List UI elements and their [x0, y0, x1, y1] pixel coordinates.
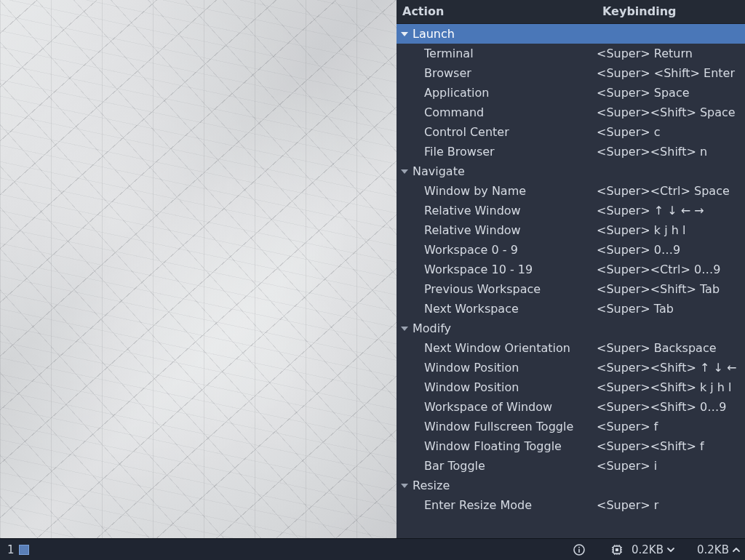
- action-label: Relative Window: [397, 201, 597, 220]
- keybinding-label: <Super> r: [597, 495, 745, 515]
- desktop-wallpaper: [0, 0, 397, 538]
- keybinding-row[interactable]: Browser<Super> <Shift> Enter: [397, 63, 745, 83]
- group-header[interactable]: Launch: [397, 24, 745, 44]
- keybinding-label: <Super><Shift> ↑ ↓ ←: [597, 358, 745, 377]
- action-label: File Browser: [397, 142, 597, 161]
- network-widget[interactable]: 0.2KB 0.2KB: [611, 543, 741, 556]
- group-header[interactable]: Modify: [397, 319, 745, 338]
- keybinding-row[interactable]: File Browser<Super><Shift> n: [397, 142, 745, 161]
- net-down-speed: 0.2KB: [626, 543, 664, 556]
- action-label: Window Fullscreen Toggle: [397, 417, 597, 436]
- action-label: Enter Resize Mode: [397, 495, 597, 515]
- keybinding-row[interactable]: Command<Super><Shift> Space: [397, 103, 745, 122]
- keybinding-label: <Super> Backspace: [597, 338, 745, 358]
- keybinding-row[interactable]: Window Fullscreen Toggle<Super> f: [397, 417, 745, 436]
- keybinding-row[interactable]: Workspace of Window<Super><Shift> 0…9: [397, 397, 745, 417]
- action-label: Window Floating Toggle: [397, 436, 597, 456]
- disclosure-triangle-icon: [401, 327, 408, 331]
- keybinding-row[interactable]: Bar Toggle<Super> i: [397, 456, 745, 476]
- action-label: Workspace of Window: [397, 397, 597, 417]
- keybinding-row[interactable]: Window by Name<Super><Ctrl> Space: [397, 181, 745, 201]
- action-label: Application: [397, 83, 597, 103]
- action-label: Relative Window: [397, 220, 597, 240]
- group-label: Resize: [413, 479, 450, 492]
- disclosure-triangle-icon: [401, 169, 408, 174]
- group-header[interactable]: Navigate: [397, 161, 745, 181]
- keybinding-row[interactable]: Window Position<Super><Shift> k j h l: [397, 377, 745, 397]
- status-bar: 1 0.2KB 0.2KB: [0, 538, 745, 560]
- workspace-number: 1: [7, 543, 15, 556]
- group-label: Navigate: [413, 164, 465, 178]
- keybinding-row[interactable]: Next Workspace<Super> Tab: [397, 299, 745, 319]
- keybinding-label: <Super><Shift> 0…9: [597, 397, 745, 417]
- keybinding-row[interactable]: Terminal<Super> Return: [397, 44, 745, 63]
- keybinding-row[interactable]: Control Center<Super> c: [397, 122, 745, 142]
- disclosure-triangle-icon: [401, 32, 408, 36]
- svg-rect-1: [578, 548, 580, 552]
- action-label: Terminal: [397, 44, 597, 63]
- disclosure-triangle-icon: [401, 484, 408, 488]
- workspace-indicator[interactable]: 1: [4, 543, 33, 557]
- action-label: Bar Toggle: [397, 456, 597, 476]
- keybinding-label: <Super><Shift> n: [597, 142, 745, 161]
- group-label: Launch: [413, 27, 455, 41]
- group-header[interactable]: Resize: [397, 476, 745, 495]
- keybinding-panel: Action Keybinding LaunchTerminal<Super> …: [397, 0, 745, 560]
- action-label: Workspace 0 - 9: [397, 240, 597, 260]
- keybinding-label: <Super> 0…9: [597, 240, 745, 260]
- action-label: Window by Name: [397, 181, 597, 201]
- keybinding-row[interactable]: Next Window Orientation<Super> Backspace: [397, 338, 745, 358]
- keybinding-label: <Super> Return: [597, 44, 745, 63]
- keybinding-row[interactable]: Application<Super> Space: [397, 83, 745, 103]
- net-up-speed: 0.2KB: [691, 543, 729, 556]
- keybinding-label: <Super><Ctrl> Space: [597, 181, 745, 201]
- keybinding-label: <Super><Shift> f: [597, 436, 745, 456]
- keybinding-label: <Super> i: [597, 456, 745, 476]
- chevron-down-icon: [666, 545, 675, 554]
- keybinding-row[interactable]: Relative Window<Super> k j h l: [397, 220, 745, 240]
- keybinding-label: <Super> ↑ ↓ ← →: [597, 201, 745, 220]
- panel-body: LaunchTerminal<Super> ReturnBrowser<Supe…: [397, 24, 745, 560]
- processor-icon: [611, 544, 623, 556]
- keybinding-row[interactable]: Workspace 0 - 9<Super> 0…9: [397, 240, 745, 260]
- keybinding-row[interactable]: Window Position<Super><Shift> ↑ ↓ ←: [397, 358, 745, 377]
- keybinding-row[interactable]: Previous Workspace<Super><Shift> Tab: [397, 279, 745, 299]
- group-label: Modify: [413, 321, 451, 335]
- keybinding-label: <Super> k j h l: [597, 220, 745, 240]
- keybinding-row[interactable]: Window Floating Toggle<Super><Shift> f: [397, 436, 745, 456]
- chevron-up-icon: [732, 545, 741, 554]
- action-label: Window Position: [397, 358, 597, 377]
- action-label: Next Workspace: [397, 299, 597, 319]
- info-icon[interactable]: [573, 544, 585, 556]
- keybinding-row[interactable]: Workspace 10 - 19<Super><Ctrl> 0…9: [397, 260, 745, 279]
- column-header-keybinding: Keybinding: [597, 0, 745, 23]
- keybinding-label: <Super><Shift> k j h l: [597, 377, 745, 397]
- keybinding-label: <Super> c: [597, 122, 745, 142]
- keybinding-label: <Super> <Shift> Enter: [597, 63, 745, 83]
- keybinding-label: <Super><Shift> Space: [597, 103, 745, 122]
- keybinding-row[interactable]: Enter Resize Mode<Super> r: [397, 495, 745, 515]
- action-label: Next Window Orientation: [397, 338, 597, 358]
- keybinding-label: <Super> Tab: [597, 299, 745, 319]
- keybinding-label: <Super><Shift> Tab: [597, 279, 745, 299]
- action-label: Workspace 10 - 19: [397, 260, 597, 279]
- action-label: Window Position: [397, 377, 597, 397]
- action-label: Previous Workspace: [397, 279, 597, 299]
- action-label: Command: [397, 103, 597, 122]
- keybinding-label: <Super> Space: [597, 83, 745, 103]
- panel-header-row: Action Keybinding: [397, 0, 745, 24]
- svg-rect-2: [578, 546, 580, 548]
- keybinding-row[interactable]: Relative Window<Super> ↑ ↓ ← →: [397, 201, 745, 220]
- keybinding-label: <Super> f: [597, 417, 745, 436]
- action-label: Control Center: [397, 122, 597, 142]
- action-label: Browser: [397, 63, 597, 83]
- keybinding-label: <Super><Ctrl> 0…9: [597, 260, 745, 279]
- column-header-action: Action: [397, 0, 597, 23]
- svg-rect-4: [615, 548, 618, 551]
- workspace-square-icon: [19, 545, 29, 555]
